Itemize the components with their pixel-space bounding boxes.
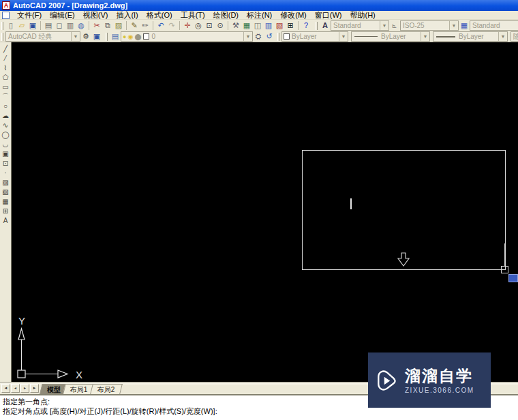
command-prompt-line: 指定对角点或 [高度(H)/对正(J)/行距(L)/旋转(R)/样式(S)/宽度…: [3, 406, 518, 416]
undo-icon[interactable]: ↶: [155, 20, 166, 31]
paste-icon[interactable]: ▨: [113, 20, 124, 31]
drawing-window-icon[interactable]: [2, 12, 10, 19]
toolbar-drag-handle[interactable]: [106, 33, 108, 41]
save-icon[interactable]: ▣: [27, 20, 38, 31]
table-icon[interactable]: ⊞: [1, 207, 11, 216]
ellipse-arc-icon[interactable]: ◡: [1, 140, 11, 149]
linetype-control-combo[interactable]: ByLayer ▼: [351, 31, 430, 42]
zoom-previous-icon[interactable]: ⊙: [215, 20, 226, 31]
plot-icon[interactable]: ▤: [43, 20, 54, 31]
chevron-down-icon[interactable]: ▼: [71, 32, 80, 41]
title-bar[interactable]: A AutoCAD 2007 - [Drawing2.dwg]: [0, 0, 518, 11]
redo-icon[interactable]: ↷: [166, 20, 177, 31]
save-workspace-icon[interactable]: ▣: [91, 31, 102, 42]
crosshair-horizontal: [481, 269, 501, 270]
autocad-logo-icon: A: [2, 1, 10, 10]
revision-cloud-icon[interactable]: ☁: [1, 111, 11, 121]
tab-nav-next[interactable]: ▸: [20, 384, 29, 393]
menu-modify[interactable]: 修改(M): [276, 11, 311, 20]
chevron-down-icon[interactable]: ▼: [421, 32, 429, 41]
tab-layout2[interactable]: 布局2: [90, 384, 122, 394]
circle-icon[interactable]: ○: [1, 102, 11, 111]
line-icon[interactable]: ╱: [1, 44, 11, 54]
insert-block-icon[interactable]: ▣: [1, 149, 11, 159]
spline-icon[interactable]: ∿: [1, 121, 11, 130]
point-icon[interactable]: ·: [1, 168, 11, 178]
dim-style-combo[interactable]: ISO-25 ▼: [400, 20, 459, 31]
menu-draw[interactable]: 绘图(D): [209, 11, 243, 20]
block-editor-icon[interactable]: ✏: [140, 20, 151, 31]
table-style-combo[interactable]: Standard ▼: [470, 20, 518, 31]
properties-icon[interactable]: ⚒: [230, 20, 241, 31]
publish-icon[interactable]: ▥: [65, 20, 76, 31]
toolbar-drag-handle[interactable]: [277, 33, 279, 41]
hatch-icon[interactable]: ▨: [1, 178, 11, 188]
toolbar-drag-handle[interactable]: [316, 22, 318, 30]
etransmit-icon[interactable]: ◍: [76, 20, 87, 31]
layer-previous-icon[interactable]: ↺: [264, 31, 275, 42]
cut-icon[interactable]: ✂: [91, 20, 102, 31]
menu-insert[interactable]: 插入(I): [112, 11, 142, 20]
drawing-canvas[interactable]: Y X: [12, 42, 518, 382]
layer-freeze-icon[interactable]: ◉: [127, 33, 133, 40]
workspace-settings-icon[interactable]: ⚙: [80, 31, 91, 42]
make-object-layer-current-icon[interactable]: ⛭: [253, 31, 264, 42]
tab-nav-prev[interactable]: ◂: [11, 384, 20, 393]
chevron-down-icon[interactable]: ▼: [498, 32, 507, 41]
pan-icon[interactable]: ✛: [182, 20, 193, 31]
color-control-combo[interactable]: ByLayer ▼: [281, 31, 348, 42]
layer-lock-icon[interactable]: ⬤: [134, 33, 141, 40]
chevron-down-icon[interactable]: ▼: [449, 21, 458, 30]
gradient-icon[interactable]: ▧: [1, 188, 11, 197]
match-properties-icon[interactable]: ✎: [129, 20, 140, 31]
zoom-window-icon[interactable]: ⊡: [204, 20, 215, 31]
workspace-combo[interactable]: AutoCAD 经典 ▼: [5, 31, 80, 42]
new-file-icon[interactable]: ▯: [5, 20, 16, 31]
menu-help[interactable]: 帮助(H): [346, 11, 380, 20]
text-style-icon[interactable]: A: [320, 20, 331, 31]
toolbar-drag-handle[interactable]: [1, 33, 3, 41]
menu-view[interactable]: 视图(V): [79, 11, 112, 20]
tab-nav-first[interactable]: ◄: [1, 384, 10, 393]
make-block-icon[interactable]: ⊡: [1, 159, 11, 168]
menu-file[interactable]: 文件(F): [13, 11, 46, 20]
chevron-down-icon[interactable]: ▼: [339, 32, 348, 41]
copy-icon[interactable]: ⧉: [102, 20, 113, 31]
menu-tools[interactable]: 工具(T): [177, 11, 209, 20]
sheet-set-manager-icon[interactable]: ▥: [263, 20, 274, 31]
tab-nav-last[interactable]: ►: [30, 384, 39, 393]
layer-on-icon[interactable]: ●: [123, 33, 126, 40]
quickcalc-icon[interactable]: ⊞: [285, 20, 296, 31]
multiline-text-icon[interactable]: A: [1, 216, 11, 226]
designcenter-icon[interactable]: ▦: [241, 20, 252, 31]
tool-palettes-icon[interactable]: ◫: [252, 20, 263, 31]
region-icon[interactable]: ▦: [1, 197, 11, 207]
polyline-icon[interactable]: ⌇: [1, 63, 11, 73]
polygon-icon[interactable]: ⬠: [1, 73, 11, 82]
text-style-combo[interactable]: Standard ▼: [331, 20, 389, 31]
construction-line-icon[interactable]: ⁄: [1, 54, 11, 63]
menu-dimension[interactable]: 标注(N): [243, 11, 276, 20]
plot-preview-icon[interactable]: ◻: [54, 20, 65, 31]
markup-set-manager-icon[interactable]: ▧: [274, 20, 285, 31]
menu-edit[interactable]: 编辑(E): [46, 11, 79, 20]
lineweight-control-combo[interactable]: ByLayer ▼: [433, 31, 508, 42]
help-icon[interactable]: ?: [301, 20, 311, 31]
layer-properties-manager-icon[interactable]: ▤: [110, 31, 121, 42]
ellipse-icon[interactable]: ◯: [1, 130, 11, 140]
plot-style-combo[interactable]: 随颜色 ▼: [511, 31, 518, 42]
menu-window[interactable]: 窗口(W): [311, 11, 346, 20]
layer-combo[interactable]: ● ◉ ⬤ 0 ▼: [121, 31, 253, 42]
zoom-realtime-icon[interactable]: ◎: [193, 20, 204, 31]
dim-style-icon[interactable]: ⦜: [389, 20, 400, 31]
table-style-icon[interactable]: ▦: [459, 20, 470, 31]
chevron-down-icon[interactable]: ▼: [380, 21, 388, 30]
toolbar-drag-handle[interactable]: [1, 22, 3, 30]
window-title: AutoCAD 2007 - [Drawing2.dwg]: [13, 1, 127, 10]
arc-icon[interactable]: ⌒: [1, 92, 11, 102]
menu-format[interactable]: 格式(O): [142, 11, 177, 20]
rectangle-icon[interactable]: ▭: [1, 82, 11, 92]
chevron-down-icon[interactable]: ▼: [243, 32, 252, 41]
crosshair-vertical: [504, 243, 505, 266]
open-file-icon[interactable]: ▱: [16, 20, 27, 31]
